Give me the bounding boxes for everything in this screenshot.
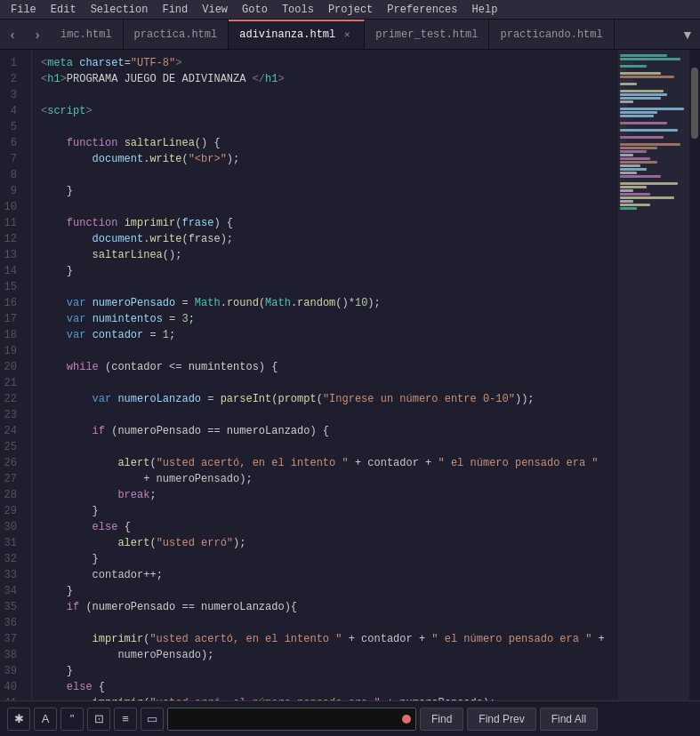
tab-imc-label: imc.html (60, 28, 112, 41)
tab-primer-test-label: primer_test.html (375, 28, 478, 41)
menu-find[interactable]: Find (155, 2, 195, 18)
code-line-34: } (41, 583, 618, 599)
find-button[interactable]: Find (420, 708, 463, 731)
menu-project[interactable]: Project (321, 2, 380, 18)
code-line-18: var contador = 1; (41, 327, 618, 343)
tab-practica-label: practica.html (134, 28, 218, 41)
code-line-26: alert("usted acertó, en el intento " + c… (41, 455, 618, 471)
code-line-12: document.write(frase); (41, 231, 618, 247)
minimap-content (618, 50, 689, 214)
menubar: File Edit Selection Find View Goto Tools… (0, 0, 700, 20)
code-line-9: } (41, 183, 618, 199)
code-line-8 (41, 167, 618, 183)
toolbar-indent-icon[interactable]: ▭ (141, 708, 164, 731)
code-line-33: contador++; (41, 567, 618, 583)
code-line-40: else { (41, 679, 618, 695)
code-line-37: imprimir("usted acertó, en el intento " … (41, 631, 618, 647)
code-line-21 (41, 375, 618, 391)
code-line-31: alert("usted erró"); (41, 535, 618, 551)
code-line-30: else { (41, 519, 618, 535)
code-line-41: imprimir("usted erró, el número pensado … (41, 695, 618, 700)
toolbar-quote-icon[interactable]: " (60, 708, 84, 731)
tabbar: ‹ › imc.html practica.html adivinanza.ht… (0, 20, 700, 50)
code-line-28: break; (41, 487, 618, 503)
menu-edit[interactable]: Edit (44, 2, 84, 18)
menu-help[interactable]: Help (465, 2, 505, 18)
code-line-11: function imprimir(frase) { (41, 215, 618, 231)
code-line-17: var numintentos = 3; (41, 311, 618, 327)
tab-practicando-label: practicando.html (500, 28, 602, 41)
code-line-32: } (41, 551, 618, 567)
toolbar-list-icon[interactable]: ≡ (114, 708, 137, 731)
menu-view[interactable]: View (195, 2, 235, 18)
search-input-container (167, 708, 416, 731)
tab-prev-button[interactable]: ‹ (0, 20, 25, 49)
code-line-29: } (41, 503, 618, 519)
code-line-27: + numeroPensado); (41, 471, 618, 487)
code-line-15 (41, 279, 618, 295)
tab-imc[interactable]: imc.html (50, 20, 124, 49)
menu-selection[interactable]: Selection (84, 2, 156, 18)
code-line-4: <script> (41, 103, 618, 119)
scrollbar[interactable] (689, 50, 700, 700)
toolbar-bracket-icon[interactable]: ⊡ (87, 708, 110, 731)
code-line-25 (41, 439, 618, 455)
code-line-24: if (numeroPensado == numeroLanzado) { (41, 423, 618, 439)
tab-adivinanza[interactable]: adivinanza.html ✕ (229, 20, 365, 49)
toolbar-pointer-icon[interactable]: ✱ (7, 708, 30, 731)
menu-file[interactable]: File (4, 2, 44, 18)
tab-practica[interactable]: practica.html (124, 20, 229, 49)
menu-goto[interactable]: Goto (235, 2, 275, 18)
find-prev-button[interactable]: Find Prev (467, 708, 535, 731)
code-line-3 (41, 87, 618, 103)
tab-primer-test[interactable]: primer_test.html (365, 20, 489, 49)
tab-overflow-button[interactable]: ▼ (675, 20, 700, 49)
code-line-5 (41, 119, 618, 135)
code-editor[interactable]: <meta charset="UTF-8"> <h1>PROGRAMA JUEG… (32, 50, 618, 700)
tab-practicando[interactable]: practicando.html (489, 20, 614, 49)
code-line-2: <h1>PROGRAMA JUEGO DE ADIVINANZA </h1> (41, 71, 618, 87)
tab-next-button[interactable]: › (25, 20, 50, 49)
code-line-36 (41, 615, 618, 631)
bottom-toolbar: ✱ A " ⊡ ≡ ▭ Find Find Prev Find All (0, 700, 700, 736)
code-line-10 (41, 199, 618, 215)
code-line-23 (41, 407, 618, 423)
line-numbers: 12345 678910 1112131415 1617181920 21222… (0, 50, 32, 700)
search-input[interactable] (167, 708, 416, 731)
minimap (618, 50, 689, 700)
code-line-1: <meta charset="UTF-8"> (41, 55, 618, 71)
code-line-39: } (41, 663, 618, 679)
code-line-38: numeroPensado); (41, 647, 618, 663)
menu-tools[interactable]: Tools (275, 2, 321, 18)
code-line-7: document.write("<br>"); (41, 151, 618, 167)
code-line-22: var numeroLanzado = parseInt(prompt("Ing… (41, 391, 618, 407)
code-line-14: } (41, 263, 618, 279)
find-all-button[interactable]: Find All (540, 708, 598, 731)
search-dot-icon (402, 715, 411, 724)
menu-preferences[interactable]: Preferences (380, 2, 464, 18)
scrollbar-thumb[interactable] (691, 68, 698, 139)
code-line-13: saltarLinea(); (41, 247, 618, 263)
toolbar-text-icon[interactable]: A (34, 708, 57, 731)
code-line-20: while (contador <= numintentos) { (41, 359, 618, 375)
tab-adivinanza-close[interactable]: ✕ (341, 28, 353, 41)
editor-area: 12345 678910 1112131415 1617181920 21222… (0, 50, 700, 700)
code-line-6: function saltarLinea() { (41, 135, 618, 151)
code-line-35: if (numeroPensado == numeroLanzado){ (41, 599, 618, 615)
code-line-19 (41, 343, 618, 359)
code-line-16: var numeroPensado = Math.round(Math.rand… (41, 295, 618, 311)
tab-adivinanza-label: adivinanza.html (239, 28, 335, 41)
